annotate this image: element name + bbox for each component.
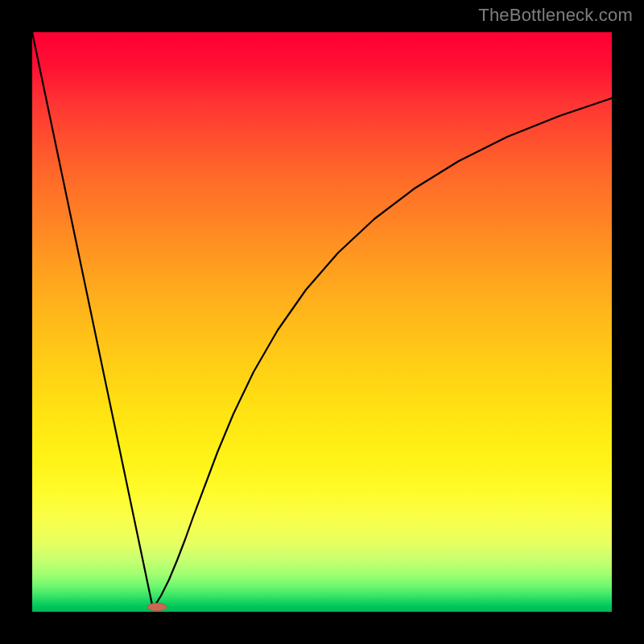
bottleneck-curve xyxy=(32,32,612,609)
optimum-marker xyxy=(147,603,167,611)
chart-frame: TheBottleneck.com xyxy=(0,0,644,644)
curve-layer xyxy=(32,32,612,612)
watermark-label: TheBottleneck.com xyxy=(478,5,633,26)
plot-area xyxy=(32,32,612,612)
